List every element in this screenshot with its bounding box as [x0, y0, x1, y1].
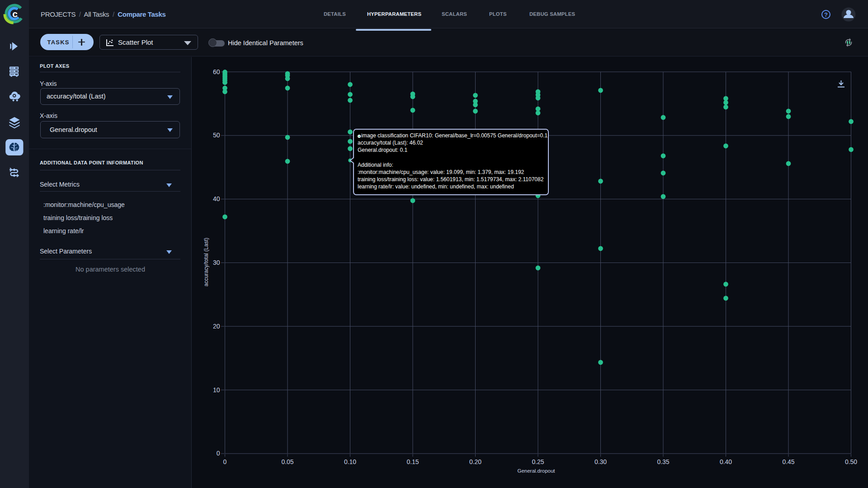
svg-text:0: 0 [223, 458, 227, 465]
svg-text:0.40: 0.40 [720, 458, 732, 465]
svg-text:0.15: 0.15 [406, 458, 419, 465]
svg-text:50: 50 [213, 131, 220, 139]
svg-text:0.25: 0.25 [532, 458, 544, 465]
svg-text:0.50: 0.50 [845, 458, 857, 465]
svg-text:accuracy/total (Last): accuracy/total (Last) [203, 238, 209, 286]
svg-text:General.dropout: General.dropout [517, 468, 555, 474]
svg-text:60: 60 [213, 68, 220, 75]
svg-text:0.30: 0.30 [594, 458, 607, 465]
svg-text:0.10: 0.10 [344, 458, 356, 465]
svg-text:c: c [12, 9, 18, 19]
svg-text:0.20: 0.20 [469, 458, 481, 465]
svg-text:20: 20 [213, 323, 220, 330]
svg-text:40: 40 [213, 195, 220, 202]
svg-text:10: 10 [213, 386, 220, 394]
svg-text:0: 0 [217, 450, 220, 457]
svg-text:0.05: 0.05 [281, 458, 293, 465]
svg-text:?: ? [824, 11, 828, 18]
svg-text:0.45: 0.45 [782, 458, 794, 465]
svg-text:0.35: 0.35 [657, 458, 669, 465]
svg-text:30: 30 [213, 259, 220, 266]
